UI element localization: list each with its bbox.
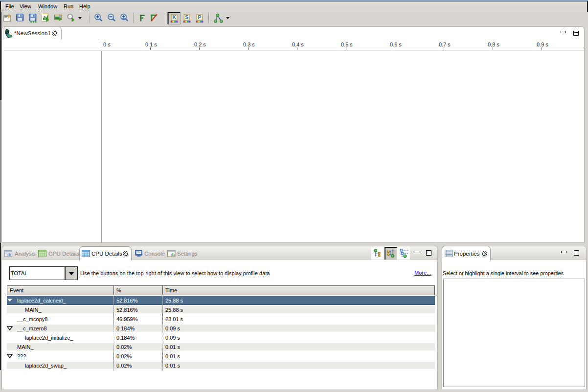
svg-text:S: S (185, 14, 188, 20)
svg-text:K: K (172, 14, 176, 20)
svg-text:P: P (198, 14, 201, 20)
